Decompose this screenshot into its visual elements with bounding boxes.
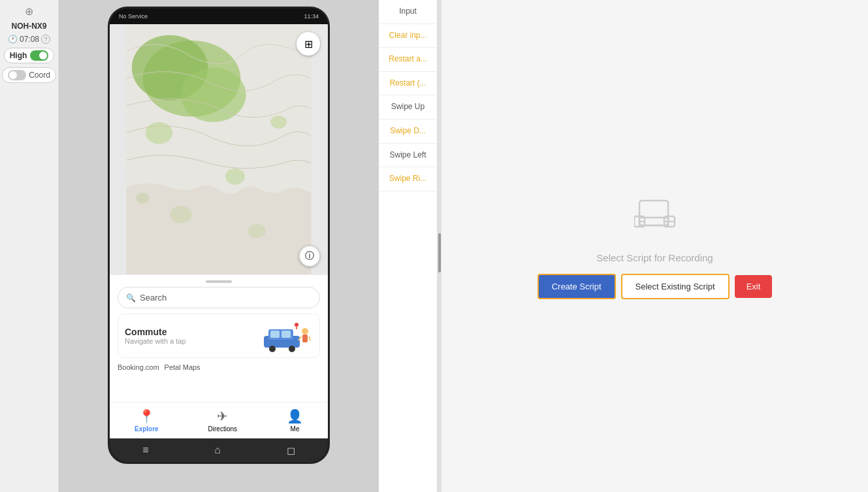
svg-point-12	[269, 346, 276, 352]
high-toggle[interactable]: High	[4, 48, 55, 63]
nav-me[interactable]: 👤 Me	[287, 408, 303, 433]
coord-toggle-switch[interactable]	[8, 70, 26, 80]
commute-subtitle: Navigate with a tap	[125, 337, 186, 345]
action-swipe-left[interactable]: Swipe Left	[379, 144, 437, 168]
time-row: 🕐 07:08 ?	[8, 35, 50, 44]
me-icon: 👤	[287, 408, 303, 424]
action-clear-input[interactable]: Clear inp...	[379, 24, 437, 48]
high-toggle-switch[interactable]	[30, 50, 48, 61]
svg-point-13	[289, 346, 295, 352]
coord-toggle[interactable]: Coord	[2, 67, 56, 83]
action-restart-b[interactable]: Restart (...	[379, 72, 437, 96]
action-input[interactable]: Input	[379, 0, 437, 24]
commute-image	[261, 320, 313, 352]
nav-explore[interactable]: 📍 Explore	[135, 408, 159, 433]
booking-row: Booking.com Petal Maps	[118, 363, 320, 371]
drag-indicator[interactable]	[206, 280, 232, 283]
booking-label: Booking.com	[118, 363, 159, 371]
action-swipe-up[interactable]: Swipe Up	[379, 95, 437, 120]
script-icon	[634, 193, 676, 242]
svg-point-5	[225, 169, 245, 185]
svg-line-19	[309, 336, 310, 340]
exit-button[interactable]: Exit	[735, 275, 773, 298]
layers-icon: ⊞	[304, 38, 313, 50]
main-content: Select Script for Recording Create Scrip…	[442, 0, 868, 492]
left-sidebar: ⊕ NOH-NX9 🕐 07:08 ? High Coord	[0, 0, 59, 492]
info-button[interactable]: ⓘ	[299, 246, 320, 267]
explore-label: Explore	[135, 425, 159, 433]
script-dialog-title: Select Script for Recording	[596, 252, 713, 263]
search-icon: 🔍	[126, 293, 136, 303]
commute-card[interactable]: Commute Navigate with a tap	[118, 314, 320, 358]
action-swipe-right[interactable]: Swipe Ri...	[379, 167, 437, 191]
clock-icon: 🕐	[8, 35, 18, 44]
petal-maps-label: Petal Maps	[165, 363, 201, 371]
help-icon[interactable]: ?	[41, 35, 50, 44]
create-script-button[interactable]: Create Script	[538, 274, 616, 299]
status-bar-left-text: No Service	[119, 13, 148, 20]
nav-directions[interactable]: ✈ Directions	[208, 408, 237, 433]
script-dialog-buttons: Create Script Select Existing Script Exi…	[538, 274, 773, 299]
coord-label: Coord	[29, 71, 50, 80]
svg-rect-15	[281, 331, 291, 338]
svg-point-16	[302, 328, 308, 335]
back-system-button[interactable]: ◻	[287, 444, 295, 457]
select-existing-script-button[interactable]: Select Existing Script	[621, 274, 730, 299]
explore-icon: 📍	[138, 408, 155, 424]
svg-point-4	[146, 122, 173, 144]
phone-area: No Service 11:34	[59, 0, 379, 492]
action-restart-a[interactable]: Restart a...	[379, 48, 437, 72]
script-dialog: Select Script for Recording Create Scrip…	[538, 193, 773, 299]
commute-title: Commute	[125, 327, 186, 337]
time-display: 07:08	[20, 35, 39, 44]
bottom-sheet: 🔍 Search Commute Navigate with a tap	[110, 274, 328, 402]
svg-point-20	[295, 323, 298, 327]
drag-handle-icon[interactable]: ⊕	[25, 5, 33, 18]
map-svg	[110, 24, 328, 274]
device-name: NOH-NX9	[11, 22, 46, 31]
svg-rect-14	[270, 331, 280, 338]
home-system-button[interactable]: ⌂	[214, 444, 221, 456]
directions-label: Directions	[208, 425, 237, 433]
commute-info: Commute Navigate with a tap	[125, 327, 186, 345]
action-panel: Input Clear inp... Restart a... Restart …	[379, 0, 438, 492]
high-label: High	[10, 51, 27, 60]
info-icon: ⓘ	[305, 250, 314, 262]
svg-rect-17	[302, 335, 308, 342]
svg-point-3	[181, 68, 246, 122]
menu-system-button[interactable]: ≡	[142, 444, 148, 456]
svg-point-7	[270, 116, 287, 129]
action-swipe-down[interactable]: Swipe D...	[379, 120, 437, 144]
map-area[interactable]: ⊞ ⓘ	[110, 24, 328, 274]
phone-frame: No Service 11:34	[108, 7, 330, 464]
me-label: Me	[291, 425, 300, 433]
search-text: Search	[140, 293, 167, 303]
search-bar[interactable]: 🔍 Search	[118, 287, 320, 308]
directions-icon: ✈	[217, 408, 228, 424]
bottom-nav: 📍 Explore ✈ Directions 👤 Me	[110, 402, 328, 438]
status-bar-right-text: 11:34	[304, 13, 319, 20]
status-bar: No Service 11:34	[110, 8, 328, 24]
scroll-thumb[interactable]	[438, 233, 441, 272]
layers-button[interactable]: ⊞	[297, 32, 320, 56]
system-bar: ≡ ⌂ ◻	[110, 438, 328, 462]
